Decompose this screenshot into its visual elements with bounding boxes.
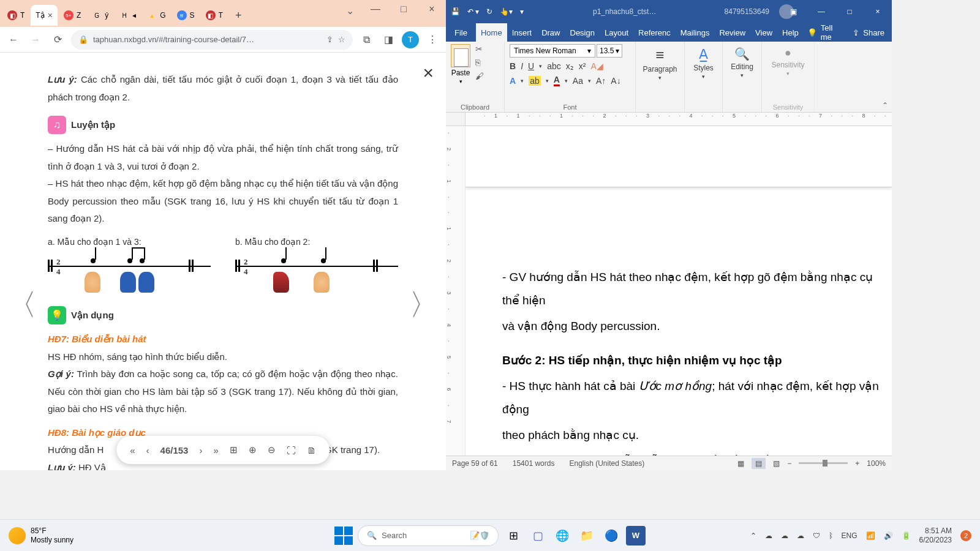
share-icon[interactable]: ⇪ [326, 35, 333, 44]
vertical-ruler[interactable]: · 2 · 1 · · 1 · 2 · 3 · 4 · 5 · 6 · 7 [446, 126, 466, 455]
touch-mode-icon[interactable]: 👆▾ [500, 7, 513, 16]
window-maximize-button[interactable]: □ [390, 0, 418, 18]
language-indicator[interactable]: English (United States) [569, 459, 644, 468]
last-page-button[interactable]: » [213, 445, 218, 455]
back-button[interactable]: ← [5, 31, 22, 48]
italic-button[interactable]: I [521, 61, 523, 71]
zoom-out-icon[interactable]: ⊖ [268, 444, 276, 455]
undo-icon[interactable]: ↶ ▾ [467, 7, 479, 16]
chrome-app-icon[interactable]: 🔵 [601, 526, 621, 545]
superscript-button[interactable]: x² [579, 61, 586, 71]
tab-overflow-icon[interactable]: ⌄ [346, 5, 354, 17]
new-tab-button[interactable]: + [229, 9, 248, 22]
address-bar[interactable]: 🔒 taphuan.nxbgd.vn/#/training-course-det… [71, 30, 353, 50]
bold-button[interactable]: B [510, 61, 516, 71]
wifi-icon[interactable]: 📶 [866, 531, 875, 540]
read-mode-icon[interactable]: ▦ [737, 459, 744, 468]
browser-tab[interactable]: ◧T [201, 5, 228, 26]
zoom-in-icon[interactable]: ⊕ [249, 444, 257, 455]
window-maximize-button[interactable]: □ [835, 0, 864, 23]
tab-mailings[interactable]: Mailings [676, 23, 715, 42]
grid-view-icon[interactable]: ⊞ [230, 444, 238, 455]
tab-insert[interactable]: Insert [507, 23, 537, 42]
zoom-out-button[interactable]: − [787, 459, 791, 468]
paragraph-button[interactable]: ≡Paragraph▾ [641, 44, 679, 83]
notification-badge[interactable]: 2 [960, 530, 971, 541]
document-text[interactable]: - GV hướng dẫn HS hát theo nhạc đệm, kết… [466, 192, 892, 455]
qat-customize-icon[interactable]: ▾ [520, 7, 524, 16]
clock[interactable]: 8:51 AM6/20/2023 [919, 527, 952, 544]
browser-tab[interactable]: ≡S [172, 5, 200, 26]
chat-icon[interactable]: ▢ [528, 526, 548, 545]
file-explorer-icon[interactable]: 📁 [577, 526, 597, 545]
browser-tab[interactable]: Gý [87, 5, 113, 26]
window-close-button[interactable]: × [418, 0, 446, 18]
copy-icon[interactable]: ⎘ [475, 58, 484, 67]
strikethrough-button[interactable]: abc [547, 61, 561, 71]
window-minimize-button[interactable]: — [361, 0, 390, 18]
highlight-button[interactable]: ab [529, 76, 541, 86]
next-page-button[interactable]: › [199, 445, 202, 455]
tab-layout[interactable]: Layout [600, 23, 633, 42]
fullscreen-icon[interactable]: ⛶ [287, 445, 296, 455]
reading-list-icon[interactable]: ⧉ [358, 31, 375, 48]
tab-file[interactable]: File [446, 23, 476, 42]
prev-slide-button[interactable]: 〈 [7, 285, 37, 324]
collapse-ribbon-icon[interactable]: ⌃ [882, 101, 888, 110]
grow-font-button[interactable]: A↑ [596, 76, 606, 86]
prev-page-button[interactable]: ‹ [146, 445, 149, 455]
editing-button[interactable]: 🔍Editing▾ [728, 44, 756, 81]
print-layout-icon[interactable]: ▤ [752, 458, 766, 469]
window-close-button[interactable]: × [864, 0, 892, 23]
page-count[interactable]: Page 59 of 61 [452, 459, 498, 468]
tab-view[interactable]: View [750, 23, 777, 42]
styles-button[interactable]: A̲Styles▾ [690, 44, 717, 82]
document-icon[interactable]: 🗎 [307, 445, 316, 455]
browser-tab[interactable]: 5+Z [59, 5, 86, 26]
zoom-slider[interactable] [799, 462, 848, 464]
tab-references[interactable]: Referenc [633, 23, 676, 42]
shrink-font-button[interactable]: A↓ [611, 76, 620, 86]
font-color-button[interactable]: A [554, 75, 560, 86]
text-effects-button[interactable]: A [510, 76, 516, 86]
web-layout-icon[interactable]: ▧ [773, 459, 780, 468]
paste-button[interactable]: Paste▾ [451, 44, 470, 84]
task-view-icon[interactable]: ⊞ [503, 526, 523, 545]
cut-icon[interactable]: ✂ [475, 44, 484, 54]
font-size-selector[interactable]: 13.5▾ [597, 44, 622, 58]
tab-design[interactable]: Design [565, 23, 600, 42]
onedrive-icon[interactable]: ☁ [797, 531, 804, 540]
ribbon-display-button[interactable]: ▣ [779, 0, 807, 23]
volume-icon[interactable]: 🔊 [884, 531, 893, 540]
next-slide-button[interactable]: 〉 [409, 285, 439, 324]
tab-draw[interactable]: Draw [537, 23, 565, 42]
menu-icon[interactable]: ⋮ [424, 31, 441, 48]
profile-avatar[interactable]: T [402, 31, 419, 48]
redo-icon[interactable]: ↻ [486, 7, 492, 16]
zoom-in-button[interactable]: + [855, 459, 859, 468]
onedrive-icon[interactable]: ☁ [765, 531, 772, 540]
zoom-level[interactable]: 100% [867, 459, 886, 468]
start-button[interactable] [334, 527, 353, 545]
tell-me-search[interactable]: 💡Tell me [807, 23, 846, 42]
first-page-button[interactable]: « [130, 445, 135, 455]
tray-overflow-icon[interactable]: ⌃ [750, 531, 756, 540]
taskbar-search[interactable]: 🔍Search📝🛡️ [358, 525, 499, 546]
bluetooth-icon[interactable]: ᛒ [829, 531, 833, 540]
horizontal-ruler[interactable]: · 1 · 1 · · · 1 · · · 2 · · · 3 · · · 4 … [446, 113, 892, 126]
close-overlay-button[interactable]: × [423, 62, 434, 83]
browser-tab[interactable]: H◂ [115, 5, 141, 26]
edge-icon[interactable]: 🌐 [552, 526, 572, 545]
battery-icon[interactable]: 🔋 [902, 531, 911, 540]
browser-tab[interactable]: ▲G [142, 5, 170, 26]
clear-format-icon[interactable]: A◢ [590, 61, 603, 71]
reload-button[interactable]: ⟳ [49, 31, 66, 48]
security-icon[interactable]: 🛡 [813, 531, 820, 540]
font-name-selector[interactable]: Times New Roman▾ [510, 44, 595, 58]
tab-help[interactable]: Help [777, 23, 804, 42]
window-minimize-button[interactable]: — [807, 0, 835, 23]
weather-widget[interactable]: 85°FMostly sunny [9, 527, 74, 544]
share-button[interactable]: ⇪Share [845, 23, 892, 42]
format-painter-icon[interactable]: 🖌 [475, 71, 484, 81]
tab-review[interactable]: Review [714, 23, 750, 42]
